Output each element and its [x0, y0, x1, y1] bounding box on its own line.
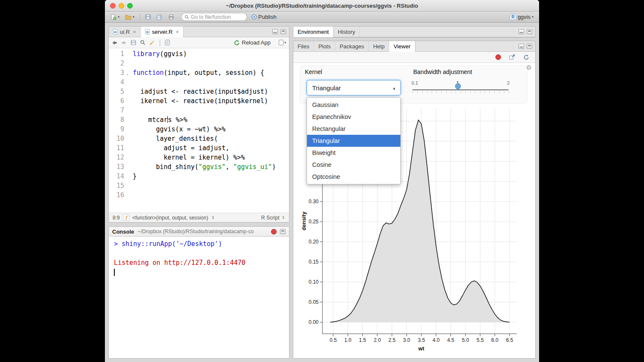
- tab-history[interactable]: History: [334, 27, 360, 37]
- code-line[interactable]: 12 kernel = ikernel) %>%: [109, 153, 289, 162]
- dropdown-option[interactable]: Biweight: [307, 147, 400, 159]
- console-body[interactable]: > shiny::runApp('~/Desktop') Listening o…: [109, 237, 289, 277]
- svg-text:6.0: 6.0: [491, 337, 498, 343]
- wand-icon[interactable]: [149, 40, 155, 45]
- environment-tabbar: Environment History: [293, 27, 535, 37]
- svg-text:R: R: [146, 30, 149, 34]
- function-context-selector[interactable]: <function>(input, output, session): [132, 215, 208, 221]
- close-icon[interactable]: ×: [176, 29, 179, 35]
- code-line[interactable]: 13 bind_shiny("ggvis", "ggvis_ui"): [109, 162, 289, 172]
- reload-app-button[interactable]: Reload App: [234, 39, 271, 46]
- dropdown-option[interactable]: Cosine: [307, 159, 400, 171]
- maximize-pane-button[interactable]: [280, 229, 286, 234]
- code-line[interactable]: 7: [109, 106, 289, 115]
- chevron-down-icon: ▾: [118, 15, 119, 19]
- search-icon[interactable]: [140, 40, 146, 45]
- tab-ui-r[interactable]: R ui.R ×: [109, 27, 141, 37]
- code-line[interactable]: 3▾function(input, output, session) {: [109, 68, 289, 77]
- code-line[interactable]: 15: [109, 181, 289, 190]
- document-icon: [279, 40, 283, 45]
- svg-text:0.15: 0.15: [309, 259, 319, 265]
- dropdown-option[interactable]: Rectangular: [307, 123, 400, 135]
- tab-files[interactable]: Files: [293, 41, 314, 51]
- minimize-pane-button[interactable]: [519, 44, 524, 49]
- slider-ticks: [412, 91, 509, 94]
- code-line[interactable]: 5 iadjust <- reactive(input$adjust): [109, 87, 289, 96]
- tab-help[interactable]: Help: [369, 41, 389, 51]
- reload-icon: [234, 40, 240, 46]
- code-editor[interactable]: 1library(ggvis)23▾function(input, output…: [109, 48, 289, 213]
- code-line[interactable]: 14}: [109, 172, 289, 181]
- tab-plots[interactable]: Plots: [314, 41, 335, 51]
- print-button[interactable]: [167, 13, 176, 21]
- save-all-button[interactable]: [155, 13, 164, 21]
- close-window-button[interactable]: [110, 3, 116, 9]
- code-line[interactable]: 2: [109, 59, 289, 68]
- kernel-select[interactable]: Triangular ▴: [307, 80, 401, 95]
- minimize-window-button[interactable]: [119, 3, 124, 9]
- r-file-icon: R: [145, 29, 150, 35]
- code-line[interactable]: 4: [109, 77, 289, 87]
- minimize-pane-button[interactable]: [272, 29, 278, 34]
- goto-file-search[interactable]: [181, 13, 247, 21]
- tab-environment[interactable]: Environment: [293, 27, 334, 37]
- open-file-button[interactable]: ▾: [124, 13, 136, 21]
- project-menu-button[interactable]: R ggvis ▾: [508, 13, 535, 21]
- new-file-button[interactable]: ▾: [109, 13, 121, 21]
- console-title: Console: [112, 228, 134, 235]
- code-line[interactable]: 1library(ggvis): [109, 49, 289, 59]
- zoom-window-button[interactable]: [127, 3, 133, 9]
- code-line[interactable]: 10 layer_densities(: [109, 134, 289, 143]
- print-icon: [168, 14, 174, 20]
- console-header[interactable]: Console ~/Dropbox (RStudio)/RStudio/trai…: [109, 227, 289, 237]
- dropdown-option[interactable]: Epanechnikov: [307, 111, 400, 123]
- refresh-icon[interactable]: [523, 54, 529, 60]
- goto-file-input[interactable]: [191, 14, 244, 20]
- tab-viewer[interactable]: Viewer: [389, 41, 415, 52]
- tab-label: History: [338, 29, 355, 35]
- save-icon[interactable]: [131, 40, 136, 45]
- svg-text:R: R: [114, 30, 117, 34]
- dropdown-option[interactable]: Gaussian: [307, 99, 400, 111]
- minimize-pane-button[interactable]: [519, 29, 524, 34]
- back-icon[interactable]: [112, 40, 117, 45]
- code-line[interactable]: 11 adjust = iadjust,: [109, 143, 289, 153]
- code-line[interactable]: 6 ikernel <- reactive(input$kernel): [109, 96, 289, 106]
- gear-icon[interactable]: ⚙: [526, 64, 532, 71]
- folder-icon: [125, 14, 131, 20]
- slider-tick: [432, 91, 432, 93]
- tab-label: ui.R: [120, 29, 130, 35]
- svg-text:3.0: 3.0: [403, 337, 410, 343]
- maximize-pane-button[interactable]: [527, 44, 532, 49]
- forward-icon[interactable]: [121, 40, 127, 45]
- maximize-pane-button[interactable]: [280, 29, 286, 34]
- compile-notebook-icon[interactable]: [165, 40, 170, 45]
- kernel-label: Kernel: [305, 68, 322, 75]
- save-button[interactable]: [144, 13, 152, 21]
- bandwidth-slider[interactable]: 0.1 1 2: [412, 80, 509, 98]
- code-line[interactable]: 9 ggvis(x = ~wt) %>%: [109, 125, 289, 134]
- maximize-pane-button[interactable]: [527, 29, 532, 34]
- line-number: 16: [109, 190, 128, 200]
- dropdown-option[interactable]: Optcosine: [307, 171, 400, 183]
- svg-text:4.5: 4.5: [447, 337, 454, 343]
- close-icon[interactable]: ×: [133, 29, 136, 35]
- doc-type-selector[interactable]: R Script: [261, 215, 280, 221]
- slider-tick: [475, 91, 475, 93]
- code-line[interactable]: 8 mtcars %>%: [109, 115, 289, 125]
- stop-viewer-button[interactable]: [495, 54, 501, 60]
- publish-button[interactable]: Publish: [250, 13, 278, 21]
- slider-min-label: 0.1: [411, 80, 418, 86]
- slider-max-label: 2: [507, 80, 510, 86]
- slider-handle[interactable]: [455, 83, 461, 91]
- toolbar-separator: [160, 39, 160, 46]
- code-line[interactable]: 16: [109, 190, 289, 200]
- svg-text:R: R: [511, 15, 515, 19]
- dropdown-option[interactable]: Triangular: [307, 135, 400, 147]
- open-in-new-window-icon[interactable]: [509, 54, 515, 60]
- tab-packages[interactable]: Packages: [335, 41, 369, 51]
- tab-server-r[interactable]: R server.R ×: [141, 27, 184, 37]
- title-bar[interactable]: ~/Dropbox (RStudio)/RStudio/training/dat…: [105, 0, 539, 12]
- stop-app-button[interactable]: [271, 229, 277, 234]
- source-options-button[interactable]: ▾: [279, 40, 286, 45]
